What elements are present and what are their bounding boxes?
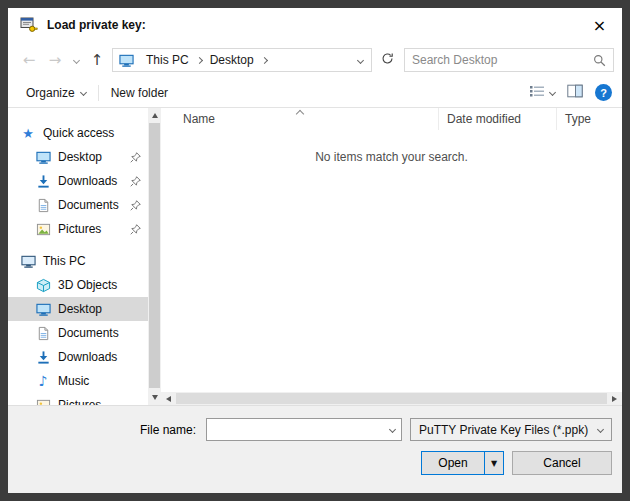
file-name-input[interactable]: [213, 423, 390, 437]
sidebar-item-pictures-pinned[interactable]: Pictures: [8, 217, 148, 241]
sidebar-item-this-pc[interactable]: This PC: [8, 249, 148, 273]
scroll-right-button[interactable]: [607, 392, 622, 405]
change-view-button[interactable]: [529, 84, 555, 101]
sidebar-item-music[interactable]: ♪ Music: [8, 369, 148, 393]
organize-button[interactable]: Organize: [18, 82, 94, 104]
documents-icon: [35, 325, 51, 341]
empty-message: No items match your search.: [161, 130, 622, 164]
triangle-down-icon: ▼: [491, 459, 497, 468]
sidebar-item-label: Downloads: [58, 350, 117, 364]
triangle-down-icon: [152, 395, 158, 400]
pictures-icon: [35, 397, 51, 405]
search-input[interactable]: [412, 53, 589, 67]
sidebar-item-label: Documents: [58, 326, 119, 340]
sidebar-item-pictures[interactable]: Pictures: [8, 393, 148, 405]
navigation-bar: ← → ↑ This PC Desktop: [8, 42, 622, 78]
sidebar-item-quick-access[interactable]: ★ Quick access: [8, 121, 148, 145]
open-button[interactable]: Open: [422, 452, 484, 474]
sidebar-item-label: Desktop: [58, 302, 102, 316]
recent-locations-button[interactable]: [68, 47, 84, 73]
puttygen-key-icon: [20, 16, 38, 34]
column-header-name[interactable]: Name: [161, 108, 439, 130]
cancel-button[interactable]: Cancel: [512, 451, 612, 475]
breadcrumb-this-pc[interactable]: This PC: [140, 53, 195, 67]
chevron-right-icon: [196, 56, 203, 63]
help-icon: ?: [600, 87, 607, 99]
buttons-row: Open ▼ Cancel: [18, 451, 612, 475]
file-name-combobox: [206, 418, 402, 441]
address-history-button[interactable]: [349, 49, 371, 71]
search-icon: [593, 54, 606, 67]
sidebar-item-desktop-pinned[interactable]: Desktop: [8, 145, 148, 169]
address-bar[interactable]: This PC Desktop: [112, 48, 372, 72]
file-list-body[interactable]: No items match your search.: [161, 130, 622, 392]
sidebar-item-label: Quick access: [43, 126, 114, 140]
toolbar-separator: [98, 85, 99, 101]
title-bar: Load private key: ×: [8, 8, 622, 42]
computer-icon: [20, 253, 36, 269]
refresh-button[interactable]: [374, 48, 400, 72]
documents-icon: [35, 197, 51, 213]
sidebar-vertical-scrollbar[interactable]: [148, 108, 161, 405]
back-button[interactable]: ←: [16, 47, 42, 73]
organize-label: Organize: [26, 86, 75, 100]
column-header-type[interactable]: Type: [557, 108, 622, 130]
search-box: [404, 48, 614, 72]
toolbar-right-group: ?: [529, 84, 612, 101]
pictures-icon: [35, 221, 51, 237]
up-button[interactable]: ↑: [84, 47, 110, 73]
breadcrumb-desktop[interactable]: Desktop: [204, 53, 260, 67]
sidebar-item-downloads[interactable]: Downloads: [8, 345, 148, 369]
downloads-icon: [35, 349, 51, 365]
chevron-down-icon: [80, 89, 87, 96]
preview-pane-button[interactable]: [567, 84, 583, 101]
cancel-label: Cancel: [543, 456, 580, 470]
forward-icon: →: [49, 51, 62, 69]
3d-objects-icon: [35, 277, 51, 293]
scroll-left-button[interactable]: [161, 392, 176, 405]
sidebar-item-3d-objects[interactable]: 3D Objects: [8, 273, 148, 297]
navigation-pane: ★ Quick access Desktop Downloads Documen…: [8, 108, 148, 405]
sidebar-item-documents-pinned[interactable]: Documents: [8, 193, 148, 217]
file-name-row: File name: PuTTY Private Key Files (*.pp…: [18, 418, 612, 441]
horizontal-scrollbar[interactable]: [161, 392, 622, 405]
dialog-footer: File name: PuTTY Private Key Files (*.pp…: [8, 405, 622, 493]
file-list-area: Name Date modified Type No items match y…: [161, 108, 622, 405]
file-name-label: File name:: [140, 423, 196, 437]
column-label: Date modified: [447, 112, 521, 126]
horizontal-scrollbar-thumb[interactable]: [176, 393, 607, 404]
new-folder-label: New folder: [111, 86, 168, 100]
chevron-down-icon: [597, 426, 604, 433]
sidebar-item-label: 3D Objects: [58, 278, 117, 292]
close-button[interactable]: ×: [577, 8, 622, 42]
sidebar-item-label: Music: [58, 374, 89, 388]
scroll-down-button[interactable]: [148, 390, 161, 405]
sidebar-item-documents[interactable]: Documents: [8, 321, 148, 345]
file-type-dropdown[interactable]: PuTTY Private Key Files (*.ppk): [410, 418, 612, 441]
column-headers: Name Date modified Type: [161, 108, 622, 130]
list-view-icon: [529, 84, 545, 101]
refresh-icon: [381, 52, 394, 68]
sidebar-item-label: Downloads: [58, 174, 117, 188]
open-dropdown-button[interactable]: ▼: [484, 452, 503, 474]
sidebar-item-label: This PC: [43, 254, 86, 268]
close-icon: ×: [593, 16, 606, 35]
sort-ascending-icon: [295, 110, 303, 118]
star-icon: ★: [20, 125, 36, 141]
desktop-icon: [35, 301, 51, 317]
pin-icon: [130, 200, 141, 211]
column-header-date-modified[interactable]: Date modified: [439, 108, 557, 130]
forward-button[interactable]: →: [42, 47, 68, 73]
sidebar-item-desktop-selected[interactable]: Desktop: [8, 297, 148, 321]
triangle-right-icon: [612, 396, 617, 402]
sidebar-item-label: Documents: [58, 198, 119, 212]
new-folder-button[interactable]: New folder: [103, 82, 176, 104]
scroll-up-button[interactable]: [148, 108, 161, 123]
vertical-scrollbar-thumb[interactable]: [149, 123, 160, 388]
help-button[interactable]: ?: [595, 84, 612, 101]
desktop-icon: [35, 149, 51, 165]
chevron-down-icon: [72, 56, 79, 63]
sidebar-item-label: Pictures: [58, 222, 101, 236]
open-label: Open: [438, 456, 467, 470]
sidebar-item-downloads-pinned[interactable]: Downloads: [8, 169, 148, 193]
